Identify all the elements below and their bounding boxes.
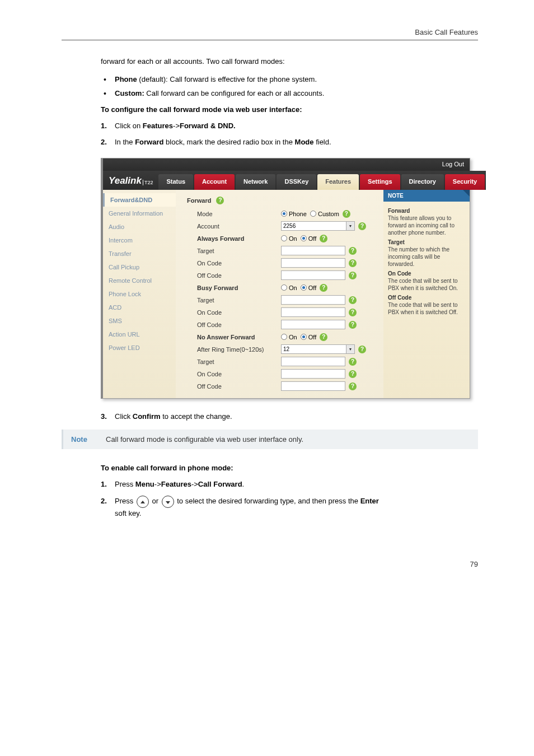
label-offcode: Off Code xyxy=(197,383,281,390)
bullet-phone-bold: Phone xyxy=(115,75,137,83)
sidebar-item-remote[interactable]: Remote Control xyxy=(103,274,176,287)
radio-noanswer-off[interactable] xyxy=(301,334,307,340)
help-icon[interactable]: ? xyxy=(349,296,357,304)
sidebar-item-audio[interactable]: Audio xyxy=(103,220,176,234)
page-header: Basic Call Features xyxy=(62,28,478,40)
tab-dsskey[interactable]: DSSKey xyxy=(277,174,316,190)
chevron-down-icon: ▼ xyxy=(346,345,354,353)
bullet-phone: Phone (default): Call forward is effecti… xyxy=(115,75,478,83)
help-icon[interactable]: ? xyxy=(320,333,327,341)
pstep1-b2: Features xyxy=(161,480,191,488)
step1-b1: Features xyxy=(143,122,173,130)
note-panel: NOTE Forward This feature allows you to … xyxy=(383,190,470,398)
sidebar-item-sms[interactable]: SMS xyxy=(103,314,176,328)
tab-features[interactable]: Features xyxy=(317,174,359,190)
help-icon[interactable]: ? xyxy=(320,235,327,242)
step1-b2: Forward & DND. xyxy=(180,122,236,130)
sidebar-item-intercom[interactable]: Intercom xyxy=(103,234,176,247)
bullet-custom: Custom: Call forward can be configured f… xyxy=(115,89,478,97)
radio-custom[interactable] xyxy=(310,211,316,217)
label-always-forward: Always Forward xyxy=(197,235,281,242)
always-oncode-input[interactable] xyxy=(281,258,345,268)
sidebar-item-forward-dnd[interactable]: Forward&DND xyxy=(103,193,176,207)
brand-sub: T22 xyxy=(143,180,153,185)
help-icon[interactable]: ? xyxy=(343,210,350,218)
account-select[interactable]: 2256▼ xyxy=(281,221,355,231)
tab-directory[interactable]: Directory xyxy=(401,174,444,190)
tab-security[interactable]: Security xyxy=(445,174,485,190)
help-icon[interactable]: ? xyxy=(349,272,357,279)
note-target-title: Target xyxy=(388,239,465,246)
step1-mid: -> xyxy=(173,122,180,130)
note-offcode-desc: The code that will be sent to PBX when i… xyxy=(388,301,465,316)
note-header: NOTE xyxy=(383,190,470,202)
afterring-select[interactable]: 12▼ xyxy=(281,344,355,354)
note-oncode-title: On Code xyxy=(388,270,465,277)
logout-link[interactable]: Log Out xyxy=(442,161,464,167)
web-ui-screenshot: Log Out YealinkT22 Status Account Networ… xyxy=(101,158,470,399)
pstep1-m1: -> xyxy=(154,480,161,488)
help-icon[interactable]: ? xyxy=(349,358,357,366)
radio-always-off[interactable] xyxy=(301,235,307,241)
sidebar-item-transfer[interactable]: Transfer xyxy=(103,247,176,260)
step-3: 3. Click Confirm to accept the change. xyxy=(115,411,478,422)
help-icon[interactable]: ? xyxy=(320,284,327,292)
tab-status[interactable]: Status xyxy=(158,174,193,190)
pstep2-mid: or xyxy=(150,497,161,505)
tab-settings[interactable]: Settings xyxy=(360,174,400,190)
help-icon[interactable]: ? xyxy=(349,382,357,390)
help-icon[interactable]: ? xyxy=(216,197,224,204)
sidebar: Forward&DND General Information Audio In… xyxy=(103,190,176,398)
radio-off-label: Off xyxy=(308,334,316,340)
sidebar-item-callpickup[interactable]: Call Pickup xyxy=(103,260,176,274)
help-icon[interactable]: ? xyxy=(349,309,357,316)
help-icon[interactable]: ? xyxy=(349,259,357,267)
radio-off-label: Off xyxy=(308,235,316,242)
bullet-custom-text: Call forward can be configured for each … xyxy=(144,89,325,97)
noanswer-oncode-input[interactable] xyxy=(281,369,345,379)
step2-b1: Forward xyxy=(135,138,163,146)
phone-step-2: 2. Press or to select the desired forwar… xyxy=(115,496,478,519)
label-oncode: On Code xyxy=(197,309,281,316)
sidebar-item-general[interactable]: General Information xyxy=(103,207,176,220)
always-target-input[interactable] xyxy=(281,246,345,255)
noanswer-offcode-input[interactable] xyxy=(281,381,345,391)
step2-mid: block, mark the desired radio box in the xyxy=(163,138,294,146)
busy-oncode-input[interactable] xyxy=(281,307,345,317)
help-icon[interactable]: ? xyxy=(349,370,357,378)
pstep1-b3: Call Forward xyxy=(198,480,242,488)
radio-always-on[interactable] xyxy=(281,235,287,241)
label-busy-forward: Busy Forward xyxy=(197,284,281,291)
radio-noanswer-on[interactable] xyxy=(281,334,287,340)
help-icon[interactable]: ? xyxy=(358,222,366,230)
help-icon[interactable]: ? xyxy=(349,321,357,329)
radio-phone[interactable] xyxy=(281,211,287,217)
tab-account[interactable]: Account xyxy=(194,174,235,190)
radio-busy-on[interactable] xyxy=(281,284,287,291)
busy-offcode-input[interactable] xyxy=(281,320,345,329)
sidebar-item-powerled[interactable]: Power LED xyxy=(103,341,176,354)
always-offcode-input[interactable] xyxy=(281,270,345,280)
help-icon[interactable]: ? xyxy=(349,247,357,255)
noanswer-target-input[interactable] xyxy=(281,357,345,366)
label-target: Target xyxy=(197,248,281,254)
radio-busy-off[interactable] xyxy=(301,284,307,291)
bullet-custom-bold: Custom: xyxy=(115,89,144,97)
radio-on-label: On xyxy=(289,284,297,291)
busy-target-input[interactable] xyxy=(281,295,345,305)
label-target: Target xyxy=(197,297,281,304)
up-key-icon xyxy=(137,496,149,508)
note-oncode-desc: The code that will be sent to PBX when i… xyxy=(388,277,465,292)
pstep1-b1: Menu xyxy=(135,480,154,488)
tab-network[interactable]: Network xyxy=(236,174,275,190)
radio-on-label: On xyxy=(289,235,297,242)
sidebar-item-acd[interactable]: ACD xyxy=(103,301,176,314)
phone-step-1: 1. Press Menu->Features->Call Forward. xyxy=(115,479,478,490)
pstep1-m2: -> xyxy=(191,480,198,488)
intro-paragraph: forward for each or all accounts. Two ca… xyxy=(62,56,478,67)
sidebar-item-phonelock[interactable]: Phone Lock xyxy=(103,287,176,301)
subhead-enable: To enable call forward in phone mode: xyxy=(101,464,478,472)
sidebar-item-actionurl[interactable]: Action URL xyxy=(103,328,176,341)
help-icon[interactable]: ? xyxy=(358,346,366,353)
bullet-phone-text: (default): Call forward is effective for… xyxy=(137,75,317,83)
